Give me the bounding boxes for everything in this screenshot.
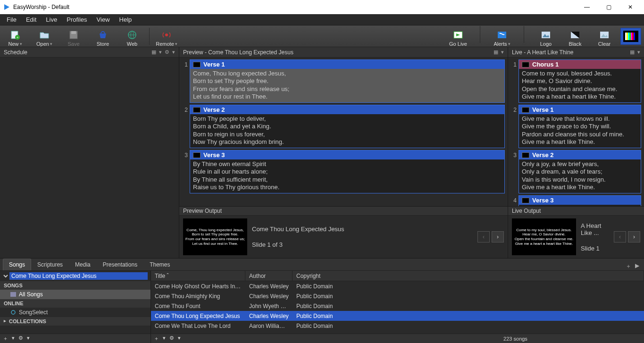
schedule-panel: Schedule ▦ ▾ ⚙ ▾ — [0, 47, 179, 258]
web-icon — [127, 30, 137, 40]
schedule-settings-dropdown[interactable]: ▾ — [172, 49, 175, 55]
menu-profiles[interactable]: Profiles — [62, 15, 92, 25]
column-author[interactable]: Author — [245, 271, 293, 281]
open-dropdown[interactable]: ▾ — [50, 42, 52, 46]
library-play-button[interactable]: ▶ — [635, 262, 639, 270]
remote-button[interactable]: Remote▾ — [154, 26, 179, 47]
maximize-button[interactable]: ▢ — [598, 0, 619, 14]
new-button[interactable]: +New▾ — [3, 26, 27, 47]
slide-item[interactable]: 1Verse 1Come, Thou long expected Jesus,B… — [182, 59, 505, 103]
preview-output-slideinfo: Slide 1 of 3 — [252, 241, 473, 248]
slide-title: Chorus 1 — [532, 61, 559, 68]
slide-item[interactable]: 1Chorus 1Come to my soul, blessed Jesus.… — [511, 59, 641, 103]
preview-output-title: Come Thou Long Expected Jesus — [252, 226, 473, 233]
slide-title: Verse 2 — [203, 106, 225, 113]
open-icon — [39, 30, 50, 40]
store-icon — [98, 30, 108, 40]
table-row[interactable]: Come Holy Ghost Our Hearts InspireCharle… — [151, 281, 644, 291]
search-input[interactable] — [9, 272, 148, 280]
tree-item-all-songs[interactable]: All Songs — [0, 290, 151, 299]
slide-thumb-icon — [522, 198, 529, 203]
menu-file[interactable]: File — [2, 15, 21, 25]
preview-prev-button[interactable]: ‹ — [477, 231, 490, 243]
preview-slide-list[interactable]: 1Verse 1Come, Thou long expected Jesus,B… — [179, 58, 508, 206]
menu-live[interactable]: Live — [41, 15, 62, 25]
slide-item[interactable]: 4Verse 3Open mine eyes that I may see. — [511, 195, 641, 206]
column-title[interactable]: Title ˆ — [151, 271, 245, 281]
golive-button[interactable]: Go Live — [446, 26, 470, 47]
store-button[interactable]: Store — [91, 26, 115, 47]
slide-thumb-icon — [522, 107, 529, 113]
slide-item[interactable]: 2Verse 1Give me a love that knows no ill… — [511, 105, 641, 148]
slide-title: Verse 3 — [203, 151, 225, 159]
table-row[interactable]: Come We That Love The LordAaron Williams… — [151, 321, 644, 331]
menu-bar: FileEditLiveProfilesViewHelp — [0, 14, 644, 25]
preview-output-heading: Preview Output — [183, 208, 222, 214]
alerts-button[interactable]: Alerts▾ — [490, 26, 514, 47]
table-add-button[interactable]: ＋ — [154, 335, 159, 342]
preview-next-button[interactable]: › — [492, 231, 504, 243]
tab-themes[interactable]: Themes — [143, 259, 176, 270]
preview-output-panel: Preview Output Come, Thou long expected … — [179, 206, 508, 258]
live-view-toggle[interactable]: ▦ — [630, 49, 635, 55]
schedule-body[interactable] — [0, 58, 179, 258]
table-settings-button[interactable]: ⚙ — [169, 335, 174, 342]
open-button[interactable]: Open▾ — [32, 26, 57, 47]
output-monitor-button[interactable] — [620, 28, 641, 45]
clear-button[interactable]: Clear — [592, 26, 617, 47]
alerts-dropdown[interactable]: ▾ — [508, 42, 510, 46]
close-button[interactable]: ✕ — [619, 0, 641, 14]
window-title: EasyWorship - Default — [13, 4, 576, 10]
minimize-button[interactable]: — — [576, 0, 598, 14]
sidebar-settings-button[interactable]: ⚙ — [18, 335, 23, 342]
svg-rect-26 — [634, 33, 635, 40]
logo-button[interactable]: Logo — [534, 26, 558, 47]
menu-edit[interactable]: Edit — [21, 15, 41, 25]
table-settings-dropdown[interactable]: ▾ — [178, 335, 181, 342]
sidebar-add-button[interactable]: ＋ — [3, 335, 8, 342]
table-row[interactable]: Come Thou Almighty KingCharles WesleyPub… — [151, 291, 644, 301]
web-button[interactable]: Web — [120, 26, 144, 47]
menu-help[interactable]: Help — [115, 15, 137, 25]
schedule-view-toggle[interactable]: ▦ — [151, 49, 156, 55]
slide-item[interactable]: 2Verse 2Born Thy people to deliver,Born … — [182, 105, 505, 148]
library-add-button[interactable]: ＋ — [626, 262, 631, 270]
sidebar-settings-dropdown[interactable]: ▾ — [27, 335, 30, 342]
section-collections[interactable]: ▸COLLECTIONS — [0, 317, 151, 326]
table-row[interactable]: Come Thou FountJohn Wyeth Ro...Public Do… — [151, 301, 644, 311]
tab-media[interactable]: Media — [69, 259, 97, 270]
logo-icon — [541, 30, 551, 40]
save-button[interactable]: Save — [61, 26, 86, 47]
schedule-view-dropdown[interactable]: ▾ — [159, 49, 162, 55]
menu-view[interactable]: View — [92, 15, 115, 25]
tab-presentations[interactable]: Presentations — [97, 259, 143, 270]
slide-item[interactable]: 3Verse 2Only a joy, a few brief years,On… — [511, 150, 641, 193]
golive-icon — [453, 30, 463, 40]
live-view-dropdown[interactable]: ▾ — [637, 49, 640, 55]
new-dropdown[interactable]: ▾ — [20, 42, 22, 46]
column-copyright[interactable]: Copyright — [293, 271, 644, 281]
black-button[interactable]: Black — [563, 26, 587, 47]
songs-icon — [10, 292, 16, 297]
section-online: ONLINE — [0, 299, 151, 308]
live-slide-list[interactable]: 1Chorus 1Come to my soul, blessed Jesus.… — [508, 58, 644, 206]
slide-item[interactable]: 3Verse 3By Thine own eternal SpiritRule … — [182, 150, 505, 193]
preview-view-dropdown[interactable]: ▾ — [501, 49, 504, 55]
alerts-icon — [497, 30, 507, 40]
svg-marker-0 — [4, 4, 9, 10]
preview-view-toggle[interactable]: ▦ — [493, 49, 498, 55]
tab-scriptures[interactable]: Scriptures — [31, 259, 69, 270]
live-prev-button[interactable]: ‹ — [614, 231, 626, 243]
svg-rect-27 — [10, 292, 16, 297]
slide-title: Verse 2 — [532, 151, 554, 159]
schedule-settings-icon[interactable]: ⚙ — [165, 49, 169, 55]
tree-item-songselect[interactable]: SongSelect — [0, 308, 151, 317]
table-row[interactable]: Come Thou Long Expected JesusCharles Wes… — [151, 311, 644, 321]
table-add-dropdown[interactable]: ▾ — [163, 335, 166, 342]
live-next-button[interactable]: › — [628, 231, 640, 243]
slide-thumb-icon — [522, 152, 529, 158]
search-mode-dropdown[interactable] — [3, 273, 9, 279]
sidebar-add-dropdown[interactable]: ▾ — [12, 335, 15, 342]
remote-dropdown[interactable]: ▾ — [175, 42, 177, 46]
tab-songs[interactable]: Songs — [3, 259, 31, 270]
